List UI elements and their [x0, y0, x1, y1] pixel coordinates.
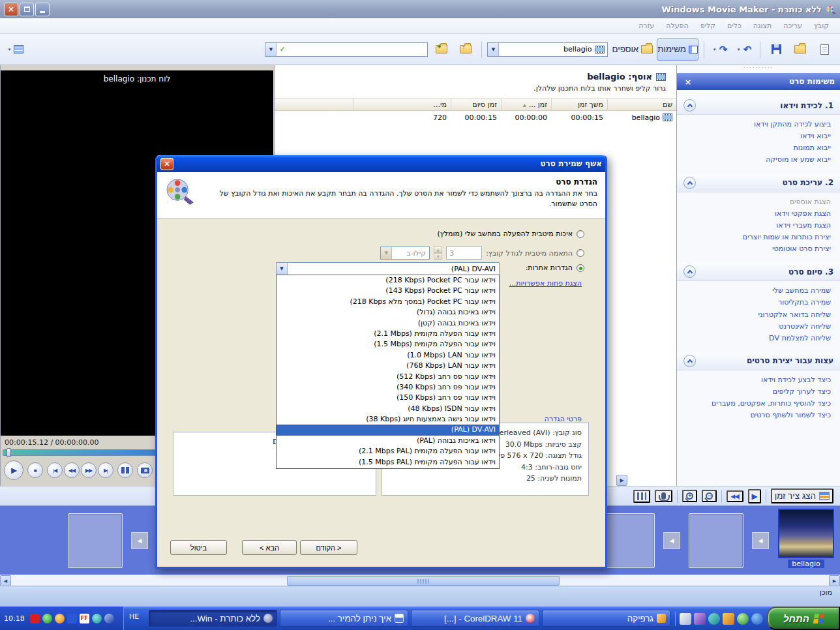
tray-icon[interactable] — [42, 614, 52, 623]
clip-name-cell[interactable]: bellagio — [607, 113, 676, 123]
column-dimensions[interactable]: מי... — [353, 98, 451, 110]
collapse-button[interactable] — [683, 99, 696, 112]
quicklaunch-icon[interactable] — [737, 613, 749, 625]
forward-button[interactable]: ▶▶ — [81, 462, 97, 478]
column-start-time[interactable]: זמן ...▲ — [501, 98, 551, 110]
views-button[interactable]: ▼ — [5, 38, 26, 61]
storyboard-clip-slot[interactable] — [689, 513, 743, 568]
collapse-button[interactable] — [683, 355, 696, 367]
tasks-toggle-button[interactable]: משימות — [657, 38, 698, 61]
zoom-in-button[interactable]: + — [682, 490, 697, 502]
task-link-import-pictures[interactable]: ייבוא תמונות — [686, 142, 831, 154]
setting-option[interactable]: וידאו עבור פס רחב ⁨(512 Kbps)⁩ — [277, 372, 499, 382]
setting-option-selected[interactable]: DV-AVI ⁨(PAL)⁩ — [277, 425, 499, 435]
cancel-button[interactable]: ביטול — [170, 540, 227, 555]
tray-icon[interactable] — [67, 614, 77, 623]
size-unit-arrow[interactable]: ▼ — [381, 247, 392, 259]
task-link-send-dv[interactable]: שליחה למצלמת DV — [686, 333, 831, 344]
taskbar-button-document[interactable]: איך ניתן להמיר ... — [280, 610, 408, 627]
clip-thumbnail[interactable] — [778, 509, 834, 558]
clip-row[interactable]: bellagio 00:00:15 00:00:00 00:00:15 720 — [275, 111, 676, 124]
show-timeline-button[interactable]: הצג ציר זמן — [771, 488, 833, 503]
tip-link-titles-effects[interactable]: כיצד להוסיף כותרות, אפקטים, מעברים — [686, 398, 831, 410]
up-one-level-button[interactable] — [455, 38, 476, 61]
column-name[interactable]: שם — [607, 98, 676, 110]
setting-option[interactable]: וידאו עבור פס רחב ⁨(150 Kbps)⁩ — [277, 393, 499, 403]
column-duration[interactable]: משך זמן — [551, 98, 607, 110]
setting-option[interactable]: וידאו באיכות גבוהה (גדול) — [277, 307, 499, 318]
minimize-button[interactable] — [35, 3, 50, 16]
menu-tools[interactable]: כלים — [721, 20, 747, 32]
transition-slot[interactable]: ◀ — [752, 532, 769, 549]
play-button[interactable]: ▶ — [4, 460, 23, 480]
menu-file[interactable]: קובץ — [808, 20, 835, 32]
setting-option[interactable]: וידאו עבור גישה באמצעות חיוג ⁨(38 Kbps)⁩ — [277, 414, 499, 425]
tasks-pane-close-button[interactable]: × — [682, 77, 694, 87]
setting-option[interactable]: וידאו עבור פס רחב ⁨(340 Kbps)⁩ — [277, 382, 499, 393]
undo-button[interactable]: ↶▼ — [734, 38, 755, 61]
setting-option[interactable]: וידאו עבור הפעלה מקומית ⁨(1.5 Mbps)⁩ — [277, 339, 499, 350]
section-header[interactable]: 1. לכידת וידאו — [677, 97, 840, 115]
task-link-capture-device[interactable]: ביצוע לכידה מהתקן וידאו — [686, 119, 831, 130]
setting-option[interactable]: וידאו עבור הפעלה מקומית ⁨(1.5 Mbps PAL)⁩ — [277, 457, 499, 468]
collapse-button[interactable] — [683, 177, 696, 189]
radio-other-settings[interactable] — [577, 264, 584, 272]
setting-option[interactable]: וידאו באיכות גבוהה (קטן) — [277, 318, 499, 329]
taskbar-button-moviemaker[interactable]: ללא כותרת - Win... — [149, 610, 277, 627]
size-value-input[interactable]: 3 — [446, 247, 482, 260]
split-clip-button[interactable] — [117, 462, 133, 478]
start-button[interactable]: התחל — [767, 607, 840, 630]
collection-scroll-button[interactable]: ▶ — [616, 475, 627, 486]
dialog-close-button[interactable]: × — [160, 158, 173, 170]
collection-combobox-arrow[interactable]: ▼ — [488, 43, 499, 56]
section-header[interactable]: 2. עריכת סרט — [677, 174, 840, 192]
task-link-save-computer[interactable]: שמירה במחשב שלי — [686, 285, 831, 297]
setting-option[interactable]: וידאו עבור LAN ⁨(1.0 Mbps)⁩ — [277, 350, 499, 361]
secondary-combobox[interactable]: ✓ ▼ — [265, 42, 428, 57]
taskbar-button-graphics[interactable]: גרפיקה — [542, 610, 670, 627]
zoom-out-button[interactable]: − — [702, 490, 717, 502]
taskbar-button-coreldraw[interactable]: CorelDRAW 11 - [...] — [411, 610, 539, 627]
task-link-automovie[interactable]: יצירת סרט אוטומטי — [686, 243, 831, 255]
storyboard-clip-slot[interactable] — [68, 513, 123, 568]
menu-view[interactable]: תצוגה — [747, 20, 777, 32]
collections-toggle-button[interactable]: אוספים — [611, 38, 653, 61]
collection-combobox[interactable]: bellagio ▼ — [487, 42, 608, 57]
setting-option[interactable]: וידאו עבור LAN ⁨(768 Kbps)⁩ — [277, 361, 499, 371]
open-project-button[interactable] — [790, 38, 811, 61]
new-project-button[interactable] — [814, 38, 835, 61]
radio-best-quality[interactable] — [577, 230, 584, 238]
settings-combobox[interactable]: DV-AVI ⁨(PAL)⁩ ▼ — [276, 262, 500, 275]
next-button[interactable]: < הבא — [242, 540, 297, 555]
language-indicator[interactable]: HE — [129, 612, 139, 621]
play-storyboard-button[interactable]: ▶ — [748, 489, 761, 503]
secondary-combobox-arrow[interactable]: ▼ — [265, 43, 277, 56]
tray-icon[interactable]: FF — [80, 614, 89, 623]
show-fewer-choices-link[interactable]: הצגת פחות אפשרויות... — [509, 279, 582, 288]
task-link-send-email[interactable]: שליחה בדואר אלקטרוני — [686, 309, 831, 321]
save-project-button[interactable] — [766, 38, 787, 61]
section-header[interactable]: 3. סיום סרט — [677, 263, 840, 281]
stop-button[interactable]: ■ — [27, 462, 43, 478]
task-link-titles-credits[interactable]: יצירת כותרות או שמות יוצרים — [686, 232, 831, 243]
pane-drag-handle[interactable]: ·········· — [677, 65, 840, 73]
task-link-import-video[interactable]: ייבוא וידאו — [686, 130, 831, 142]
radio-fit-size[interactable] — [577, 249, 584, 257]
close-button[interactable]: × — [4, 3, 18, 16]
audio-levels-button[interactable] — [633, 490, 650, 503]
scrollbar-thumb[interactable] — [287, 576, 560, 586]
quicklaunch-icon[interactable] — [694, 613, 706, 625]
rewind-button[interactable]: ◀◀ — [64, 462, 80, 478]
transition-slot[interactable]: ◀ — [131, 532, 148, 549]
menu-play[interactable]: הפעלה — [660, 20, 694, 32]
setting-option[interactable]: וידאו עבור Pocket PC ⁨(143 Kbps)⁩ — [277, 286, 499, 296]
stepper-down-icon[interactable]: ▼ — [434, 253, 442, 260]
rewind-storyboard-button[interactable]: |◀◀ — [727, 490, 743, 502]
setting-option[interactable]: וידאו באיכות גבוהה ⁨(PAL)⁩ — [277, 436, 499, 446]
quicklaunch-icon[interactable] — [708, 613, 720, 625]
tray-icon[interactable] — [104, 614, 114, 623]
back-button[interactable]: הקודם > — [300, 540, 357, 555]
next-frame-button[interactable]: ▶| — [98, 462, 113, 478]
collapse-button[interactable] — [683, 265, 696, 278]
horizontal-scrollbar[interactable]: ◀ ▶ — [0, 575, 840, 586]
